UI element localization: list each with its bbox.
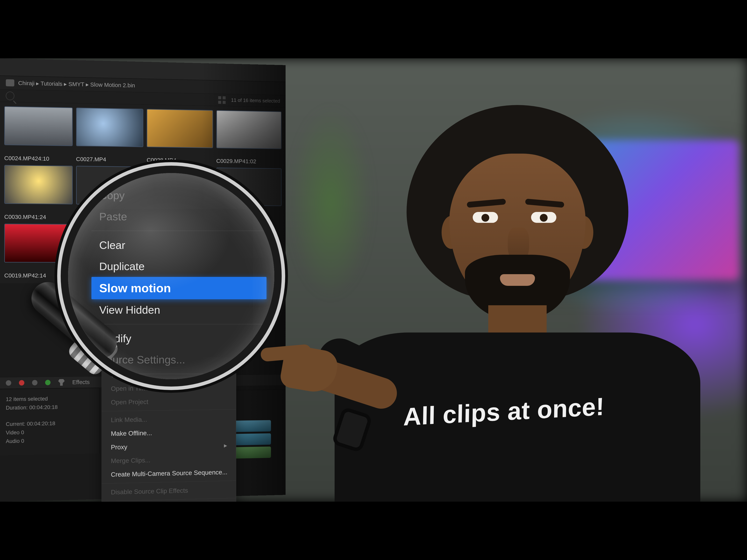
effects-label: Effects [72, 379, 90, 385]
clip-thumb[interactable] [4, 223, 73, 263]
clip-name: C0024.MP4 [4, 155, 35, 162]
selection-count: 11 of 16 items selected [231, 97, 280, 104]
magnified-menu-item: Slow motion [92, 277, 266, 299]
menu-item[interactable]: Proxy [102, 438, 236, 454]
clip-duration: 1:24 [35, 214, 46, 220]
tool-dot[interactable] [45, 380, 51, 385]
clip-name: C0027.MP4 [76, 156, 106, 163]
clip-thumb[interactable] [4, 165, 73, 204]
magnified-menu-item: Paste [92, 206, 266, 227]
menu-item[interactable]: Create Multi-Camera Source Sequence... [102, 465, 236, 481]
tool-dot[interactable] [32, 380, 37, 385]
search-icon[interactable] [6, 91, 15, 100]
menu-item: Link Media... [102, 411, 236, 427]
clip-name: C0029.MP4 [216, 158, 246, 164]
clip-info-panel: 12 items selected Duration: 00:04:20:18 … [0, 388, 100, 455]
menu-item: Open in Timeline [102, 380, 236, 396]
clip-duration: 2:14 [35, 272, 46, 278]
info-line: Duration: 00:04:20:18 [6, 402, 94, 412]
clip-name: C0030.MP4 [4, 213, 35, 220]
clip-duration: 1:02 [246, 158, 256, 164]
presenter: All clips at once! [305, 103, 729, 502]
clip-name: C0019.MP4 [4, 272, 35, 278]
bin-icon [6, 79, 15, 86]
clip-duration: 24:10 [35, 155, 49, 162]
stage: Chiraji ▸ Tutorials ▸ SMYT ▸ Slow Motion… [0, 58, 747, 502]
record-dot-icon[interactable] [19, 380, 24, 385]
info-line: 12 items selected [6, 394, 94, 404]
clip-thumb[interactable] [216, 110, 282, 149]
menu-item: Disable Source Clip Effects [102, 483, 236, 499]
magnified-menu-item: View Hidden [92, 299, 266, 320]
magnified-menu-item: Modify [92, 328, 266, 349]
grid-view-icon[interactable] [218, 96, 226, 104]
wrench-icon[interactable] [58, 379, 65, 385]
info-line: Video 0 [6, 427, 94, 437]
letterbox-bottom [0, 502, 747, 560]
menu-item[interactable]: Make Offline... [102, 425, 236, 441]
clip-name: C0028.MP4 [147, 157, 176, 163]
info-line: Audio 0 [6, 435, 94, 446]
info-line: Current: 00:04:20:18 [6, 419, 94, 429]
clip-thumb[interactable] [147, 109, 213, 148]
menu-item: Open Project [102, 394, 236, 409]
letterbox-top [0, 0, 747, 58]
magnified-menu-item: Duplicate [92, 256, 266, 277]
magnified-menu-item: Clear [92, 235, 266, 256]
project-path: Chiraji ▸ Tutorials ▸ SMYT ▸ Slow Motion… [18, 80, 135, 89]
tool-dot[interactable] [6, 380, 11, 385]
clip-thumb[interactable] [76, 108, 144, 147]
clip-thumb[interactable] [4, 106, 73, 146]
